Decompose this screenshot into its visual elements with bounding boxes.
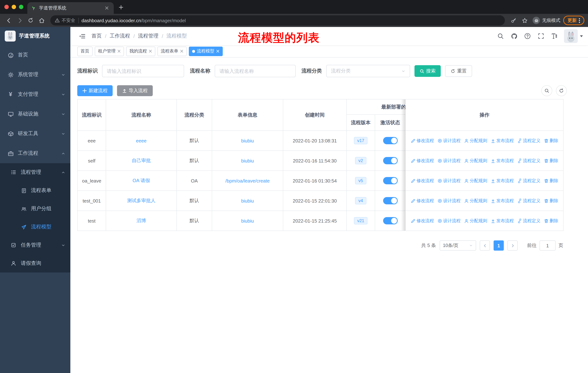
search-icon[interactable] xyxy=(496,32,504,40)
sidebar-item-process-model[interactable]: 流程模型 xyxy=(0,218,70,236)
close-icon[interactable] xyxy=(117,50,121,53)
active-toggle[interactable] xyxy=(383,157,398,164)
sidebar-item-process-management[interactable]: 流程管理 xyxy=(0,163,70,181)
sidebar-item-leave-query[interactable]: 请假查询 xyxy=(0,254,70,272)
publish-process-link[interactable]: 发布流程 xyxy=(491,218,514,224)
delete-process-link[interactable]: 删除 xyxy=(544,218,558,224)
assign-rule-link[interactable]: 分配规则 xyxy=(464,178,487,184)
form-info-link[interactable]: biubiu xyxy=(241,198,254,203)
process-name-link[interactable]: 滔博 xyxy=(136,218,146,223)
process-category-select[interactable]: 流程分类 xyxy=(326,65,410,77)
sidebar-item-home[interactable]: 首页 xyxy=(0,45,70,65)
close-icon[interactable] xyxy=(149,50,152,53)
delete-process-link[interactable]: 删除 xyxy=(544,178,558,184)
form-info-link[interactable]: biubiu xyxy=(241,138,254,143)
tag-process-form[interactable]: 流程表单 xyxy=(158,46,187,56)
minimize-window-button[interactable] xyxy=(12,5,16,9)
key-icon[interactable] xyxy=(509,15,519,26)
modify-process-link[interactable]: 修改流程 xyxy=(411,158,434,164)
form-info-link[interactable]: biubiu xyxy=(241,158,254,163)
tag-home[interactable]: 首页 xyxy=(77,46,93,56)
process-name-link[interactable]: OA 请假 xyxy=(133,178,150,183)
publish-process-link[interactable]: 发布流程 xyxy=(491,138,514,144)
reload-icon[interactable] xyxy=(26,15,36,26)
close-window-button[interactable] xyxy=(4,5,9,9)
sidebar-item-infrastructure[interactable]: 基础设施 xyxy=(0,104,70,124)
new-tab-button[interactable] xyxy=(117,4,125,11)
publish-process-link[interactable]: 发布流程 xyxy=(491,178,514,184)
form-info-link[interactable]: /bpm/oa/leave/create xyxy=(225,178,270,183)
refresh-table-button[interactable] xyxy=(556,85,567,96)
create-process-button[interactable]: 新建流程 xyxy=(77,85,113,96)
process-name-link[interactable]: eeee xyxy=(136,138,147,143)
assign-rule-link[interactable]: 分配规则 xyxy=(464,138,487,144)
browser-menu-icon[interactable] xyxy=(579,18,580,23)
prev-page-button[interactable] xyxy=(480,240,490,251)
delete-process-link[interactable]: 删除 xyxy=(544,158,558,164)
process-definition-link[interactable]: 流程定义 xyxy=(517,158,540,164)
next-page-button[interactable] xyxy=(507,240,518,251)
home-icon[interactable] xyxy=(36,15,47,26)
publish-process-link[interactable]: 发布流程 xyxy=(491,158,514,164)
design-process-link[interactable]: 设计流程 xyxy=(437,158,461,164)
process-definition-link[interactable]: 流程定义 xyxy=(517,178,540,184)
update-chip[interactable]: 更新 xyxy=(563,16,584,25)
process-name-input[interactable] xyxy=(215,65,296,77)
process-name-link[interactable]: 测试多审批人 xyxy=(127,198,156,203)
security-warning[interactable]: 不安全 xyxy=(55,17,75,23)
hamburger-fold-icon[interactable] xyxy=(75,30,89,43)
modify-process-link[interactable]: 修改流程 xyxy=(411,138,434,144)
address-bar[interactable]: 不安全 dashboard.yudao.iocoder.cn/bpm/manag… xyxy=(50,15,505,26)
user-menu[interactable] xyxy=(564,29,583,43)
design-process-link[interactable]: 设计流程 xyxy=(437,138,461,144)
sidebar-item-user-group[interactable]: 用户分组 xyxy=(0,200,70,218)
forward-icon[interactable] xyxy=(15,15,25,26)
modify-process-link[interactable]: 修改流程 xyxy=(411,218,434,224)
assign-rule-link[interactable]: 分配规则 xyxy=(464,158,487,164)
zoom-window-button[interactable] xyxy=(19,5,23,9)
font-size-icon[interactable] xyxy=(550,32,558,40)
sidebar-item-payment[interactable]: ¥ 支付管理 xyxy=(0,84,70,104)
process-definition-link[interactable]: 流程定义 xyxy=(517,138,540,144)
design-process-link[interactable]: 设计流程 xyxy=(437,178,461,184)
sidebar-item-system[interactable]: 系统管理 xyxy=(0,65,70,84)
tag-tenant[interactable]: 租户管理 xyxy=(95,46,124,56)
tag-process-model[interactable]: 流程模型 xyxy=(189,46,223,56)
sidebar-item-process-form[interactable]: 流程表单 xyxy=(0,181,70,200)
sidebar-item-workflow[interactable]: 工作流程 xyxy=(0,143,70,163)
incognito-chip[interactable]: 无痕模式 xyxy=(530,17,562,24)
process-definition-link[interactable]: 流程定义 xyxy=(517,218,540,224)
back-icon[interactable] xyxy=(4,15,14,26)
search-button[interactable]: 搜索 xyxy=(414,65,441,77)
breadcrumb-item[interactable]: 流程管理 xyxy=(138,33,158,39)
github-icon[interactable] xyxy=(510,32,518,40)
delete-process-link[interactable]: 删除 xyxy=(544,198,558,204)
import-process-button[interactable]: 导入流程 xyxy=(117,85,153,96)
delete-process-link[interactable]: 删除 xyxy=(544,138,558,144)
fullscreen-icon[interactable] xyxy=(537,32,545,40)
reset-button[interactable]: 重置 xyxy=(445,65,472,77)
process-id-input[interactable] xyxy=(102,65,184,77)
design-process-link[interactable]: 设计流程 xyxy=(437,218,461,224)
breadcrumb-item[interactable]: 工作流程 xyxy=(110,33,130,39)
breadcrumb-item[interactable]: 首页 xyxy=(92,33,102,39)
sidebar-item-task-management[interactable]: 任务管理 xyxy=(0,236,70,254)
assign-rule-link[interactable]: 分配规则 xyxy=(464,218,487,224)
modify-process-link[interactable]: 修改流程 xyxy=(411,178,434,184)
form-info-link[interactable]: biubiu xyxy=(241,218,254,223)
help-icon[interactable] xyxy=(524,32,532,40)
active-toggle[interactable] xyxy=(383,197,398,204)
process-name-link[interactable]: 自己审批 xyxy=(132,158,151,163)
active-toggle[interactable] xyxy=(383,217,398,224)
modify-process-link[interactable]: 修改流程 xyxy=(411,198,434,204)
page-size-select[interactable]: 10条/页 xyxy=(440,240,476,251)
process-definition-link[interactable]: 流程定义 xyxy=(517,198,540,204)
active-toggle[interactable] xyxy=(383,177,398,184)
active-toggle[interactable] xyxy=(383,137,398,144)
publish-process-link[interactable]: 发布流程 xyxy=(491,198,514,204)
design-process-link[interactable]: 设计流程 xyxy=(437,198,461,204)
assign-rule-link[interactable]: 分配规则 xyxy=(464,198,487,204)
close-icon[interactable] xyxy=(180,50,183,53)
browser-tab[interactable]: 芋道管理系统 xyxy=(27,2,114,14)
tab-close-icon[interactable] xyxy=(104,5,110,11)
